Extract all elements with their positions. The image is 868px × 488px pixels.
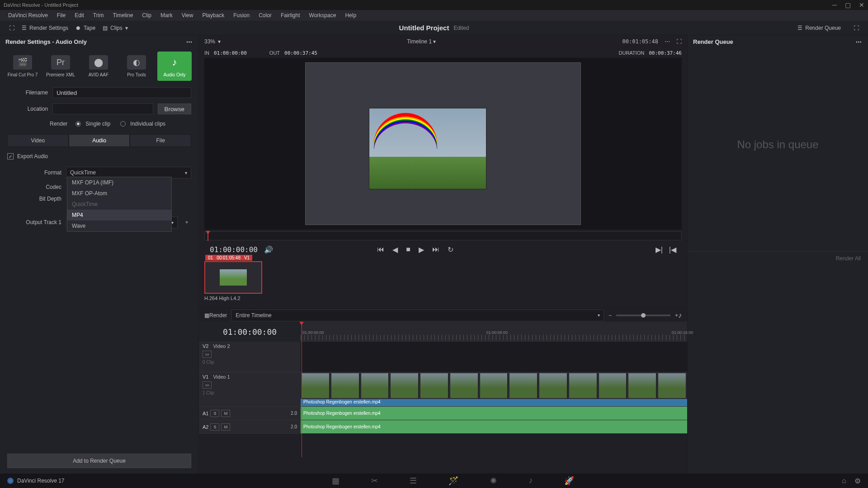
mute-button[interactable]: M [221, 410, 230, 417]
expand-toggle[interactable]: ⛶ [850, 23, 863, 33]
timeline-name[interactable]: Timeline 1 [407, 38, 432, 45]
play-button[interactable]: ▶ [419, 245, 424, 254]
track-enable-toggle[interactable]: ▭ [203, 351, 212, 358]
thumbnail-view-icon[interactable]: ▦ [204, 312, 209, 319]
track-body[interactable]: Photoshop Regenbogen erstellen.mp4 [301, 372, 687, 406]
zoom-in-button[interactable]: + [675, 312, 678, 319]
clips-tab[interactable]: ▤ Clips ▾ [99, 23, 132, 33]
menu-help[interactable]: Help [340, 12, 361, 19]
format-option-wave[interactable]: Wave [67, 221, 171, 231]
panel-menu-button[interactable]: ⋯ [186, 38, 193, 45]
track-body[interactable]: Photoshop Regenbogen erstellen.mp4 [301, 420, 687, 433]
render-all-button[interactable]: Render All [688, 251, 868, 265]
menu-clip[interactable]: Clip [137, 12, 156, 19]
tab-file[interactable]: File [130, 134, 191, 147]
page-fairlight[interactable]: ♪ [528, 476, 533, 486]
project-title: Untitled Project [399, 24, 449, 32]
page-edit[interactable]: ☰ [410, 476, 417, 486]
menu-edit[interactable]: Edit [70, 12, 89, 19]
page-fusion[interactable]: 🪄 [448, 476, 458, 486]
preset-protools[interactable]: ◐ Pro Tools [119, 52, 154, 81]
format-option-mxf-op1a[interactable]: MXF OP1A (IMF) [67, 177, 171, 188]
add-track-button[interactable]: + [182, 218, 191, 227]
chevron-down-icon[interactable]: ▾ [433, 38, 436, 45]
menu-view[interactable]: View [177, 12, 198, 19]
page-media[interactable]: ▦ [332, 476, 340, 486]
menu-davinciresolve[interactable]: DaVinci Resolve [4, 12, 52, 19]
preset-label: Audio Only [164, 72, 186, 77]
preset-avid[interactable]: ⬤ AVID AAF [81, 52, 116, 81]
render-queue-tab[interactable]: ☰ Render Queue [794, 23, 844, 33]
solo-button[interactable]: S [210, 410, 219, 417]
mute-button[interactable]: M [221, 423, 230, 431]
browse-button[interactable]: Browse [158, 103, 191, 114]
audio-clip[interactable]: Photoshop Regenbogen erstellen.mp4 [301, 420, 687, 433]
page-color[interactable]: ✺ [490, 476, 497, 486]
loop-button[interactable]: ↻ [448, 245, 453, 254]
menu-mark[interactable]: Mark [156, 12, 177, 19]
track-body[interactable] [301, 342, 687, 372]
music-note-icon[interactable]: ♪ [678, 311, 682, 319]
location-input[interactable] [52, 103, 153, 114]
filename-input[interactable] [52, 87, 191, 98]
menu-trim[interactable]: Trim [89, 12, 108, 19]
viewer-menu-button[interactable]: ⋯ [665, 38, 670, 45]
playhead-indicator[interactable] [206, 231, 210, 242]
track-body[interactable]: Photoshop Regenbogen erstellen.mp4 [301, 407, 687, 420]
preset-premiere[interactable]: Pr Premiere XML [43, 52, 78, 81]
format-option-quicktime[interactable]: QuickTime [67, 199, 171, 210]
tab-video[interactable]: Video [7, 134, 69, 147]
menu-color[interactable]: Color [254, 12, 276, 19]
slider-knob[interactable] [641, 313, 646, 318]
single-clip-radio[interactable] [75, 121, 81, 127]
home-icon[interactable]: ⌂ [842, 477, 846, 485]
menu-fairlight[interactable]: Fairlight [276, 12, 305, 19]
page-deliver[interactable]: 🚀 [564, 476, 574, 486]
viewer[interactable] [204, 58, 682, 230]
track-enable-toggle[interactable]: ▭ [203, 381, 212, 389]
goto-start-button[interactable]: |◀ [669, 245, 676, 254]
export-audio-checkbox[interactable] [7, 153, 14, 160]
timeline-ruler[interactable]: 01:00:00:00 01:00:08:00 01:00:16:00 [301, 322, 687, 342]
goto-end-button[interactable]: ▶| [656, 245, 663, 254]
page-cut[interactable]: ✂ [371, 476, 378, 486]
timeline-playhead[interactable] [302, 322, 302, 457]
zoom-value[interactable]: 33% [204, 38, 215, 45]
render-scope-select[interactable]: Entire Timeline ▾ [231, 310, 604, 321]
step-back-button[interactable]: ◀ [392, 245, 398, 254]
menu-workspace[interactable]: Workspace [305, 12, 341, 19]
audio-clip[interactable]: Photoshop Regenbogen erstellen.mp4 [301, 407, 687, 420]
volume-icon[interactable]: 🔊 [264, 245, 273, 254]
zoom-out-button[interactable]: − [609, 312, 612, 319]
viewer-scrubber[interactable] [204, 231, 682, 240]
menu-file[interactable]: File [52, 12, 70, 19]
tab-audio[interactable]: Audio [69, 134, 130, 147]
format-option-mp4[interactable]: MP4 [67, 210, 171, 221]
render-settings-tab[interactable]: ☰ Render Settings [18, 23, 72, 33]
close-button[interactable]: ✕ [859, 1, 864, 9]
individual-clips-radio[interactable] [120, 121, 126, 127]
settings-icon[interactable]: ⚙ [854, 477, 861, 485]
preset-fcp7[interactable]: 🎬 Final Cut Pro 7 [5, 52, 40, 81]
stop-button[interactable]: ■ [406, 245, 410, 253]
next-clip-button[interactable]: ⏭ [432, 245, 439, 253]
tape-tab[interactable]: ⏺ Tape [72, 23, 99, 33]
menu-fusion[interactable]: Fusion [229, 12, 254, 19]
video-clip[interactable]: Photoshop Regenbogen erstellen.mp4 [301, 372, 687, 406]
zoom-slider[interactable] [616, 314, 670, 316]
format-option-mxf-opatom[interactable]: MXF OP-Atom [67, 188, 171, 199]
prev-clip-button[interactable]: ⏮ [377, 245, 384, 253]
fullscreen-toggle[interactable]: ⛶ [5, 23, 18, 33]
clip-thumbnail[interactable]: 01 00:01:05:48 V1 H.264 High L4.2 [204, 261, 262, 305]
menu-timeline[interactable]: Timeline [108, 12, 137, 19]
solo-button[interactable]: S [210, 423, 219, 431]
maximize-button[interactable]: ▢ [845, 1, 851, 9]
menu-playback[interactable]: Playback [198, 12, 229, 19]
minimize-button[interactable]: ─ [832, 1, 837, 9]
queue-menu-button[interactable]: ⋯ [856, 38, 863, 45]
preset-audio-only[interactable]: ♪ Audio Only [157, 52, 192, 81]
expand-icon[interactable]: ⛶ [676, 38, 682, 45]
add-to-render-queue-button[interactable]: Add to Render Queue [7, 454, 191, 468]
render-queue-panel: Render Queue ⋯ No jobs in queue Render A… [687, 35, 868, 474]
in-label: IN [204, 50, 209, 56]
